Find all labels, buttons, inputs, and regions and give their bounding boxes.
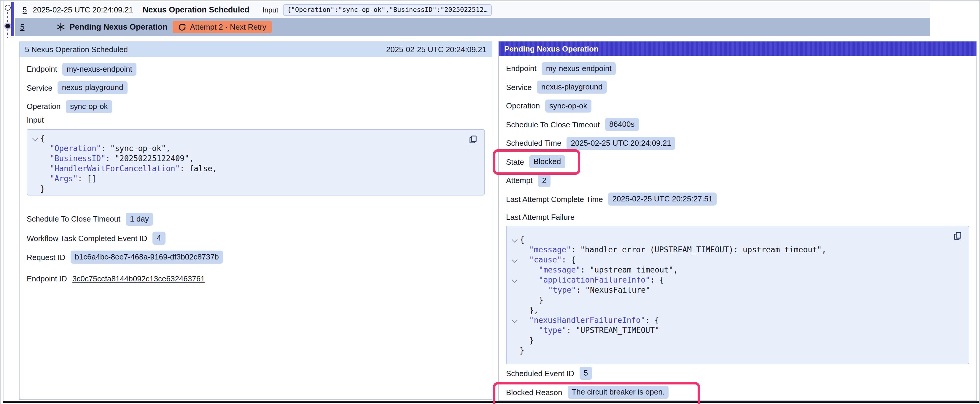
pending-operation-row[interactable]: 5 Pending Nexus Operation Attempt 2 · Ne…: [15, 18, 930, 36]
field-value-schedule-to-close-timeout: 1 day: [126, 212, 153, 225]
field-label: Attempt: [506, 176, 533, 185]
field-value-scheduled-time: 2025-02-25 UTC 20:24:09.21: [566, 136, 675, 150]
code-line: "message": "handler error (UPSTREAM_TIME…: [509, 245, 947, 255]
field-row-attempt: Attempt2: [506, 174, 969, 187]
pending-asterisk-icon: [56, 22, 65, 32]
field-label: Operation: [27, 102, 60, 111]
code-text: }: [520, 335, 534, 345]
code-line: "message": "upstream timeout",: [509, 265, 947, 275]
code-gutter: [30, 173, 40, 183]
panel-body-pending: Endpointmy-nexus-endpointServicenexus-pl…: [499, 62, 977, 399]
field-row-blocked-reason: Blocked ReasonThe circuit breaker is ope…: [506, 386, 969, 399]
code-line: "Args": []: [30, 173, 463, 183]
collapse-chevron-icon[interactable]: [32, 135, 38, 141]
field-label: Request ID: [27, 253, 65, 261]
event-id-link[interactable]: 5: [22, 5, 27, 14]
field-value-operation: sync-op-ok: [66, 100, 112, 113]
fields-bottom: Schedule To Close Timeout1 dayWorkflow T…: [27, 212, 485, 285]
field-row-last-attempt-complete-time: Last Attempt Complete Time2025-02-25 UTC…: [506, 193, 969, 206]
code-gutter: [30, 133, 40, 143]
selected-group-indicator: [11, 2, 14, 36]
code-text: "message": "upstream timeout",: [520, 265, 678, 275]
field-value-workflow-task-completed-event-id: 4: [153, 231, 165, 245]
field-label: Endpoint ID: [27, 274, 67, 283]
timeline-event-marker-icon[interactable]: [5, 5, 11, 11]
field-row-operation: Operationsync-op-ok: [27, 100, 485, 113]
field-row-endpoint: Endpointmy-nexus-endpoint: [27, 62, 485, 76]
input-preview-chip[interactable]: {"Operation":"sync-op-ok","BusinessID":"…: [283, 4, 492, 16]
code-line: }: [509, 335, 947, 345]
field-row-endpoint: Endpointmy-nexus-endpoint: [506, 62, 969, 75]
code-gutter: [509, 335, 520, 345]
collapse-chevron-icon[interactable]: [511, 237, 517, 242]
code-gutter: [509, 315, 520, 325]
field-row-scheduled-event-id: Scheduled Event ID5: [506, 367, 969, 380]
fields-bottom: Scheduled Event ID5Blocked ReasonThe cir…: [506, 367, 969, 399]
failure-block-label: Last Attempt Failure: [506, 212, 969, 222]
field-label: Blocked Reason: [506, 388, 562, 397]
field-label: Scheduled Event ID: [506, 369, 574, 378]
input-json-viewer: {"Operation": "sync-op-ok","BusinessID":…: [27, 129, 485, 195]
field-label: Endpoint: [506, 64, 536, 73]
copy-icon[interactable]: [953, 231, 963, 241]
panel-body-scheduled: Endpointmy-nexus-endpointServicenexus-pl…: [19, 62, 492, 285]
code-gutter: [509, 275, 520, 285]
field-row-workflow-task-completed-event-id: Workflow Task Completed Event ID4: [27, 231, 485, 245]
event-summary-row[interactable]: 5 2025-02-25 UTC 20:24:09.21 Nexus Opera…: [15, 2, 930, 18]
retry-badge: Attempt 2 · Next Retry: [173, 21, 272, 33]
code-gutter: [509, 305, 520, 315]
event-detail-panel-pending: Pending Nexus Operation Endpointmy-nexus…: [498, 41, 977, 401]
code-line: "type": "NexusFailure": [509, 285, 947, 295]
code-gutter: [509, 285, 520, 295]
pending-operation-title: Pending Nexus Operation: [69, 22, 167, 32]
field-row-endpoint-id: Endpoint ID3c0c75ccfa8144b092c13ce632463…: [27, 272, 485, 285]
collapse-chevron-icon[interactable]: [511, 277, 517, 283]
field-label: Workflow Task Completed Event ID: [27, 234, 147, 242]
field-row-state: StateBlocked: [506, 155, 969, 168]
field-value-service: nexus-playground: [537, 81, 607, 93]
failure-json-viewer: {"message": "handler error (UPSTREAM_TIM…: [506, 226, 969, 364]
field-value-endpoint: my-nexus-endpoint: [542, 62, 616, 75]
code-line: },: [509, 305, 947, 315]
code-text: }: [40, 183, 45, 193]
copy-icon[interactable]: [469, 135, 478, 144]
field-value-last-attempt-complete-time: 2025-02-25 UTC 20:25:27.51: [608, 193, 717, 206]
code-line: "Operation": "sync-op-ok",: [30, 143, 463, 153]
field-row-schedule-to-close-timeout: Schedule To Close Timeout1 day: [27, 212, 485, 225]
input-block-label: Input: [27, 115, 485, 125]
code-text: "nexusHandlerFailureInfo": {: [520, 315, 659, 325]
field-row-schedule-to-close-timeout: Schedule To Close Timeout86400s: [506, 118, 969, 131]
bottom-divider: [3, 401, 979, 403]
panel-header-scheduled: 5 Nexus Operation Scheduled 2025-02-25 U…: [19, 42, 492, 57]
panel-header-pending: Pending Nexus Operation: [499, 41, 977, 56]
code-text: }: [520, 345, 524, 355]
code-text: "Args": []: [40, 173, 96, 183]
code-text: "cause": {: [520, 255, 576, 265]
code-line: "HandlerWaitForCancellation": false,: [30, 163, 463, 173]
code-text: {: [520, 234, 524, 245]
collapse-chevron-icon[interactable]: [511, 257, 517, 263]
field-label: Schedule To Close Timeout: [27, 214, 121, 223]
code-line: "cause": {: [509, 255, 947, 265]
field-value-request-id: b1c6a4bc-8ee7-468a-9169-df3b02c8737b: [71, 250, 223, 264]
field-label: Operation: [506, 101, 540, 110]
code-gutter: [509, 255, 520, 265]
event-id-link[interactable]: 5: [20, 22, 24, 32]
field-row-service: Servicenexus-playground: [506, 81, 969, 93]
field-label: Schedule To Close Timeout: [506, 120, 600, 129]
code-text: "Operation": "sync-op-ok",: [40, 143, 170, 153]
code-gutter: [30, 153, 40, 163]
field-row-request-id: Request IDb1c6a4bc-8ee7-468a-9169-df3b02…: [27, 250, 485, 264]
code-gutter: [30, 163, 40, 173]
fields-top: Endpointmy-nexus-endpointServicenexus-pl…: [27, 62, 485, 113]
field-row-operation: Operationsync-op-ok: [506, 99, 969, 112]
code-gutter: [509, 295, 520, 305]
collapse-chevron-icon[interactable]: [511, 317, 517, 323]
panel-title: 5 Nexus Operation Scheduled: [25, 45, 128, 54]
field-value-endpoint-id[interactable]: 3c0c75ccfa8144b092c13ce632463761: [72, 274, 205, 283]
timeline-pending-marker-icon[interactable]: [4, 22, 11, 30]
field-label: Last Attempt Complete Time: [506, 195, 603, 203]
field-label: Service: [27, 83, 52, 92]
field-row-service: Servicenexus-playground: [27, 81, 485, 94]
panel-title: Pending Nexus Operation: [504, 44, 598, 53]
